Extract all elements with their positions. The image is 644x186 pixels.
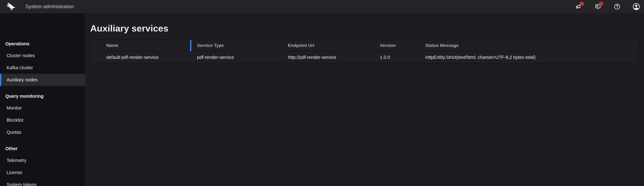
sidebar-item-auxiliary-nodes[interactable]: Auxiliary nodes xyxy=(0,74,85,86)
sidebar-section-header: Other xyxy=(0,146,85,151)
sidebar-section-operations: Operations Cluster nodes Kafka cluster A… xyxy=(0,41,85,86)
header-cell-name: Name xyxy=(100,43,191,48)
table-row[interactable]: default-pdf-render-service pdf-render-se… xyxy=(90,51,638,63)
sidebar-item-blocklist[interactable]: Blocklist xyxy=(0,114,85,126)
sidebar: Operations Cluster nodes Kafka cluster A… xyxy=(0,14,85,186)
cell-service-type: pdf-render-service xyxy=(191,55,282,60)
sidebar-section-header: Query monitoring xyxy=(0,93,85,99)
auxiliary-services-table: Name Service Type Endpoint Url Version S… xyxy=(90,40,639,64)
question-mark-icon xyxy=(614,3,620,10)
topbar: System administration xyxy=(0,0,644,13)
sidebar-item-quotas[interactable]: Quotas xyxy=(0,126,85,138)
feedback-chat-icon[interactable] xyxy=(594,3,602,11)
cell-status-message: HttpEntity.Strict(text/html; charset=UTF… xyxy=(419,55,638,60)
main-content: Auxiliary services Name Service Type End… xyxy=(85,14,644,186)
column-resize-handle[interactable] xyxy=(190,40,191,51)
sidebar-section-header: Operations xyxy=(0,41,85,46)
help-icon[interactable] xyxy=(613,3,621,11)
user-avatar-icon xyxy=(632,3,640,11)
cell-endpoint-url: http://pdf-render-service xyxy=(282,55,374,60)
header-cell-service-type: Service Type xyxy=(191,43,282,48)
header-cell-version: Version xyxy=(374,43,419,48)
table-header-row: Name Service Type Endpoint Url Version S… xyxy=(90,40,638,51)
notification-badge xyxy=(580,2,584,6)
header-cell-endpoint-url: Endpoint Url xyxy=(282,43,374,48)
sidebar-item-kafka-cluster[interactable]: Kafka cluster xyxy=(0,62,85,74)
cell-status xyxy=(90,55,100,60)
cell-version: 1.0.0 xyxy=(374,55,419,60)
cell-name: default-pdf-render-service xyxy=(100,55,191,60)
topbar-actions xyxy=(575,3,640,11)
sidebar-section-query-monitoring: Query monitoring Monitor Blocklist Quota… xyxy=(0,93,85,138)
sidebar-item-license[interactable]: License xyxy=(0,166,85,178)
notification-badge xyxy=(599,2,603,6)
sidebar-item-system-tokens[interactable]: System tokens xyxy=(0,178,85,186)
page-title: Auxiliary services xyxy=(90,24,639,33)
sidebar-item-monitor[interactable]: Monitor xyxy=(0,102,85,114)
header-cell-status-message: Status Message xyxy=(419,43,638,48)
sidebar-item-telemetry[interactable]: Telemetry xyxy=(0,154,85,166)
falcon-logo-icon xyxy=(4,2,16,12)
account-avatar-icon[interactable] xyxy=(632,3,640,11)
sidebar-section-other: Other Telemetry License System tokens xyxy=(0,146,85,186)
announcements-megaphone-icon[interactable] xyxy=(575,3,583,11)
app-title: System administration xyxy=(26,4,74,10)
sidebar-item-cluster-nodes[interactable]: Cluster nodes xyxy=(0,50,85,62)
